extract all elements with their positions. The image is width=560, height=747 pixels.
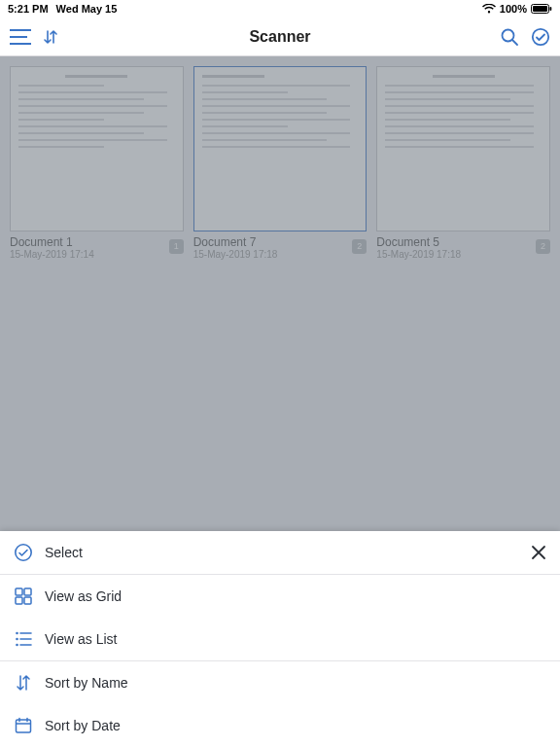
sheet-select-row[interactable]: Select: [0, 531, 560, 574]
grid-icon: [14, 587, 33, 605]
close-icon[interactable]: [531, 545, 546, 560]
sheet-backdrop[interactable]: Select View as Grid View as List Sort by…: [0, 0, 560, 747]
check-circle-icon: [14, 543, 33, 562]
sheet-sort-date-label: Sort by Date: [45, 718, 121, 733]
sort-arrows-icon: [14, 674, 33, 692]
sheet-view-grid-row[interactable]: View as Grid: [0, 575, 560, 618]
svg-rect-9: [24, 597, 31, 604]
list-icon: [14, 630, 33, 648]
svg-point-12: [16, 644, 18, 647]
action-sheet: Select View as Grid View as List Sort by…: [0, 531, 560, 747]
calendar-icon: [14, 717, 33, 734]
svg-point-10: [16, 632, 18, 635]
sheet-view-list-row[interactable]: View as List: [0, 618, 560, 660]
svg-point-11: [16, 638, 18, 641]
svg-rect-7: [24, 588, 31, 595]
sheet-select-label: Select: [45, 545, 83, 560]
svg-rect-8: [16, 597, 22, 604]
sheet-sort-name-label: Sort by Name: [45, 675, 128, 691]
sheet-sort-name-row[interactable]: Sort by Name: [0, 661, 560, 704]
sheet-sort-date-row[interactable]: Sort by Date: [0, 704, 560, 747]
sheet-view-list-label: View as List: [45, 631, 117, 647]
sheet-view-grid-label: View as Grid: [45, 588, 122, 604]
svg-point-5: [16, 545, 31, 560]
svg-rect-13: [17, 720, 31, 732]
svg-rect-6: [16, 588, 22, 595]
